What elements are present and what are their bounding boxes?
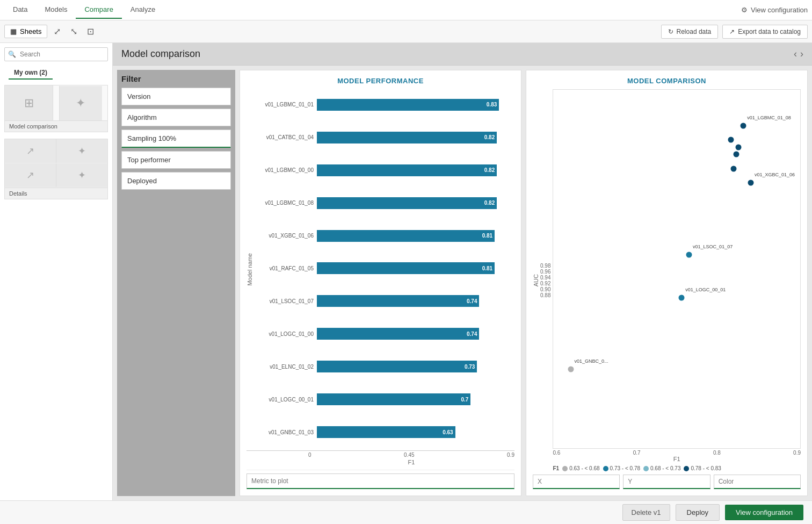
scatter-y-axis: 0.98 0.96 0.94 0.92 0.90 0.88 <box>540 263 553 298</box>
bar[interactable]: 0.7 <box>317 393 470 405</box>
details-row-1: ↗ ✦ <box>5 139 107 163</box>
bar-label: v01_LSOC_01_07 <box>255 298 317 304</box>
details-row-2: ↗ ✦ <box>5 163 107 188</box>
toolbar: ▦ Sheets ⤢ ⤡ ⊡ ↻ Reload data ↗ Export da… <box>0 20 812 43</box>
scatter-y-label: AUC <box>533 274 539 286</box>
bar-container: 0.82 <box>317 197 514 209</box>
bar-label: v01_CATBC_01_04 <box>255 134 317 140</box>
x-axis-input[interactable] <box>533 475 620 489</box>
export-button[interactable]: ↗ Export data to catalog <box>722 25 808 39</box>
search-input[interactable] <box>4 47 108 61</box>
bar-row: v01_XGBC_01_060.81 <box>255 220 514 252</box>
bar-row: v01_CATBC_01_040.82 <box>255 122 514 153</box>
star-icon-2: ✦ <box>78 169 86 181</box>
filter-sampling-button[interactable]: Sampling 100% <box>121 130 231 148</box>
y-axis-input[interactable] <box>623 475 710 489</box>
toolbar-icon-1[interactable]: ⤢ <box>50 24 64 39</box>
bar-container: 0.83 <box>317 99 514 111</box>
bar-container: 0.81 <box>317 230 514 242</box>
details-cell-4: ✦ <box>56 163 108 187</box>
filter-title: Filter <box>121 74 231 83</box>
bar-row: v01_LOGC_00_010.7 <box>255 384 514 415</box>
scatter-dot[interactable] <box>679 295 685 300</box>
scatter-dot[interactable] <box>568 367 574 372</box>
bar-row: v01_LOGC_01_000.74 <box>255 318 514 349</box>
tab-models[interactable]: Models <box>36 1 76 19</box>
model-thumb-icon: ✦ <box>59 86 102 120</box>
details-card[interactable]: ↗ ✦ ↗ ✦ Details <box>4 139 108 199</box>
bar-row: v01_LGBMC_01_010.83 <box>255 89 514 120</box>
bar[interactable]: 0.82 <box>317 164 497 176</box>
scatter-dot-label: v01_XGBC_01_06 <box>755 172 795 177</box>
bar[interactable]: 0.83 <box>317 99 499 111</box>
metric-to-plot-input[interactable] <box>247 473 514 489</box>
bar[interactable]: 0.82 <box>317 132 497 143</box>
legend-title: F1 <box>553 465 559 471</box>
metric-input-row <box>247 470 514 489</box>
scatter-dot[interactable] <box>733 152 739 157</box>
scatter-dot[interactable] <box>741 123 746 128</box>
x-input-wrap <box>533 475 620 489</box>
scatter-chart-title: MODEL COMPARISON <box>533 77 801 85</box>
scatter-legend: F1 0.63 - < 0.68 0.73 - < 0.78 <box>553 465 801 471</box>
bar-container: 0.81 <box>317 262 514 274</box>
bar-label: v01_LGBMC_01_01 <box>255 102 317 107</box>
bottom-bar: Delete v1 Deploy View configuration <box>0 500 812 524</box>
bar-label: v01_GNBC_01_03 <box>255 429 317 435</box>
puzzle-icon: ⊞ <box>24 96 34 110</box>
bar[interactable]: 0.81 <box>317 262 495 274</box>
bar-label: v01_RAFC_01_05 <box>255 265 317 271</box>
bar-label: v01_ELNC_01_02 <box>255 364 317 370</box>
scatter-dot[interactable] <box>748 180 754 186</box>
legend-item-1: 0.63 - < 0.68 <box>562 465 599 471</box>
legend-item-2: 0.68 - < 0.73 <box>643 465 680 471</box>
scatter-x-labels: 0.6 0.7 0.8 0.9 <box>553 450 801 456</box>
toolbar-icon-2[interactable]: ⤡ <box>67 24 81 39</box>
sheets-button[interactable]: ▦ Sheets <box>4 25 47 38</box>
my-own-label: My own (2) <box>9 66 53 80</box>
color-input[interactable] <box>714 475 801 489</box>
details-label: Details <box>5 188 107 199</box>
search-icon: 🔍 <box>8 51 16 58</box>
bar[interactable]: 0.82 <box>317 197 497 209</box>
bar[interactable]: 0.74 <box>317 295 479 307</box>
nav-next-button[interactable]: › <box>800 48 803 60</box>
model-thumb-left: ⊞ <box>5 85 53 120</box>
bar-label: v01_LOGC_01_00 <box>255 331 317 337</box>
bar-container: 0.82 <box>317 132 514 143</box>
color-input-wrap <box>714 475 801 489</box>
filter-deployed-button[interactable]: Deployed <box>121 172 231 190</box>
model-comparison-card[interactable]: ⊞ ✦ Model comparison <box>4 85 108 132</box>
bar[interactable]: 0.63 <box>317 426 455 438</box>
deploy-button[interactable]: Deploy <box>676 504 720 521</box>
scatter-dot[interactable] <box>728 137 734 143</box>
filter-top-performer-button[interactable]: Top performer <box>121 151 231 169</box>
nav-arrows: ‹ › <box>794 48 803 60</box>
view-config-bottom-button[interactable]: View configuration <box>725 505 803 520</box>
bar[interactable]: 0.74 <box>317 328 479 340</box>
legend-dot-light <box>562 466 568 471</box>
legend-item-4: 0.78 - < 0.83 <box>684 465 721 471</box>
scatter-dot[interactable] <box>736 144 742 150</box>
bar-row: v01_GNBC_01_030.63 <box>255 417 514 448</box>
bar-label: v01_LOGC_00_01 <box>255 397 317 403</box>
bar[interactable]: 0.81 <box>317 230 495 242</box>
toolbar-icon-3[interactable]: ⊡ <box>84 24 97 39</box>
bar-container: 0.63 <box>317 426 514 438</box>
bar-container: 0.7 <box>317 393 514 405</box>
reload-data-button[interactable]: ↻ Reload data <box>661 25 719 39</box>
filter-algorithm-button[interactable]: Algorithm <box>121 109 231 126</box>
bar[interactable]: 0.73 <box>317 361 477 372</box>
tab-analyze[interactable]: Analyze <box>122 1 164 19</box>
details-cell-1: ↗ <box>5 139 56 163</box>
view-config-button[interactable]: ⚙ View configuration <box>741 6 808 14</box>
tab-compare[interactable]: Compare <box>76 1 121 19</box>
delete-button[interactable]: Delete v1 <box>622 504 670 521</box>
content-area: Model comparison ‹ › Filter Version Algo… <box>113 43 812 500</box>
filter-version-button[interactable]: Version <box>121 88 231 105</box>
scatter-dot[interactable] <box>730 166 736 171</box>
tab-data[interactable]: Data <box>4 1 36 19</box>
scatter-chart-panel: MODEL COMPARISON AUC 0.98 0.96 0.94 0.92… <box>526 70 808 496</box>
scatter-dot[interactable] <box>686 252 692 257</box>
nav-prev-button[interactable]: ‹ <box>794 48 797 60</box>
